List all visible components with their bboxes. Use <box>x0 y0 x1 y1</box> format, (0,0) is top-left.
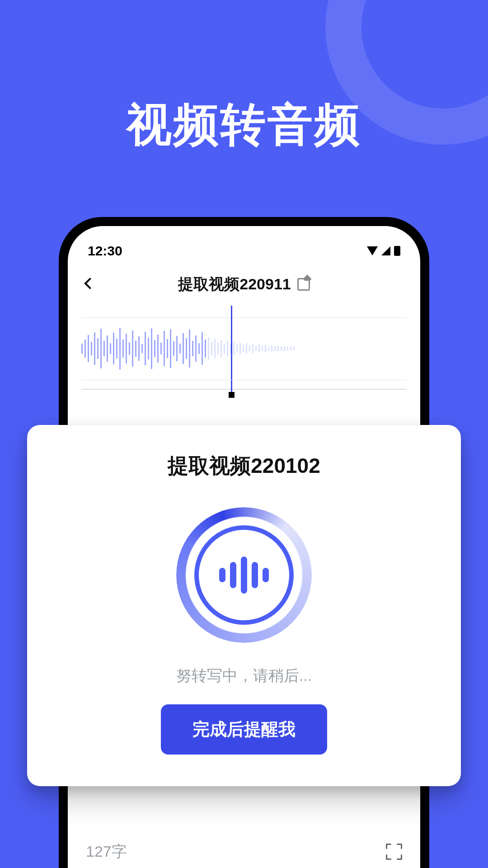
waveform[interactable] <box>81 308 407 390</box>
statusbar: 12:30 <box>68 226 420 263</box>
statusbar-icons <box>367 246 400 256</box>
battery-icon <box>394 246 400 256</box>
remind-me-button[interactable]: 完成后提醒我 <box>161 704 327 755</box>
word-count: 127字 <box>86 841 127 862</box>
expand-icon[interactable] <box>386 844 402 860</box>
card-status: 努转写中，请稍后... <box>54 665 434 686</box>
back-icon[interactable] <box>84 278 95 289</box>
signal-icon <box>381 246 390 255</box>
statusbar-time: 12:30 <box>88 243 122 259</box>
waveform-cursor[interactable] <box>231 306 232 394</box>
progress-spinner <box>176 507 312 643</box>
hero-title: 视频转音频 <box>0 95 488 156</box>
remind-me-label: 完成后提醒我 <box>192 720 296 739</box>
wifi-icon <box>367 246 378 255</box>
bottom-toolbar: 127字 翻译 裁剪 复制 <box>68 828 420 868</box>
card-title: 提取视频220102 <box>54 452 434 480</box>
page-title: 提取视频220911 <box>178 274 291 295</box>
voice-icon <box>194 525 294 625</box>
transcribe-card: 提取视频220102 努转写中，请稍后... 完成后提醒我 <box>27 425 461 786</box>
edit-icon[interactable] <box>297 278 310 291</box>
titlebar: 提取视频220911 <box>68 263 420 304</box>
promo-stage: 视频转音频 12:30 提取视频220911 <box>0 0 488 868</box>
